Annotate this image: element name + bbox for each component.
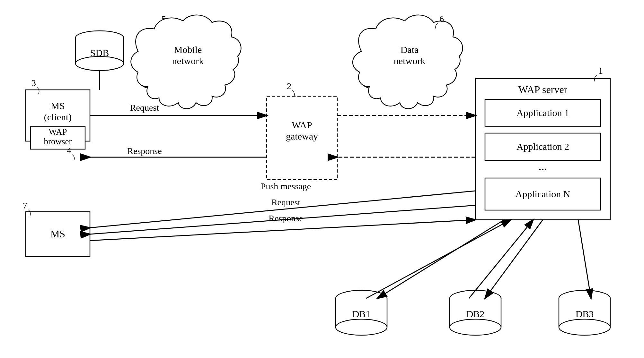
request-label: Request: [130, 103, 159, 113]
app1-label: Application 1: [516, 107, 569, 118]
db1-label: DB1: [352, 309, 371, 319]
db3-label: DB3: [576, 309, 594, 319]
data-network-label: Data: [401, 44, 419, 55]
svg-line-42: [469, 220, 533, 298]
num7-label: 7: [23, 200, 27, 210]
appN-label: Application N: [516, 189, 570, 199]
mobile-network-label2: network: [172, 55, 204, 66]
ms-client-label: MS: [51, 100, 65, 111]
mobile-network-label: Mobile: [174, 44, 202, 55]
num3-label: 3: [31, 78, 36, 88]
svg-point-27: [559, 319, 610, 335]
response-label: Response: [127, 146, 162, 156]
svg-line-38: [377, 220, 504, 298]
push-message-label: Push message: [261, 181, 311, 191]
app2-label: Application 2: [516, 141, 569, 152]
wap-browser-label: WAP: [49, 127, 67, 137]
data-network-label2: network: [394, 55, 425, 66]
request2-label: Request: [271, 197, 300, 207]
num4-label: 4: [67, 145, 71, 155]
num2-label: 2: [287, 81, 291, 91]
num1-label: 1: [598, 66, 603, 76]
wap-gateway-label2: gateway: [286, 131, 318, 141]
wap-browser-label2: browser: [44, 137, 72, 146]
svg-line-39: [485, 220, 543, 298]
db2-label: DB2: [466, 309, 485, 319]
wap-gateway-label: WAP: [292, 120, 312, 130]
diagram-svg: SDB 5 Mobile network MS (client) WAP bro…: [0, 0, 644, 358]
svg-point-17: [336, 319, 387, 335]
dots-label: ...: [539, 160, 547, 173]
num6-label: 6: [439, 14, 444, 24]
diagram: SDB 5 Mobile network MS (client) WAP bro…: [0, 0, 644, 358]
wap-server-label: WAP server: [518, 84, 568, 95]
svg-line-40: [578, 220, 591, 298]
svg-point-4: [75, 56, 124, 71]
sdb-label: SDB: [90, 47, 109, 58]
ms-label: MS: [50, 228, 65, 240]
ms-client-label2: (client): [44, 112, 72, 123]
svg-point-22: [450, 319, 501, 335]
svg-line-41: [366, 220, 511, 298]
